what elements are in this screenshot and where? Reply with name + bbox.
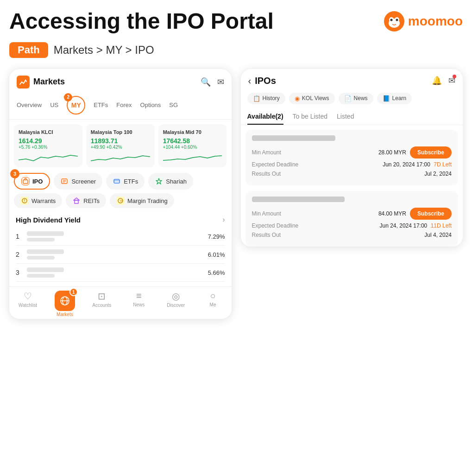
shariah-icon xyxy=(155,177,163,185)
ipo-deadline-value-2: Jun 24, 2024 17:00 11D Left xyxy=(380,222,452,229)
tab-my[interactable]: 2 MY xyxy=(63,92,89,119)
left-panel: Markets 🔍 ✉ Overview US 2 MY ETFs Forex … xyxy=(9,69,232,319)
menu-margin-trading[interactable]: % Margin Trading xyxy=(110,193,174,208)
menu-screener[interactable]: Screener xyxy=(54,173,102,190)
ipo-min-amount-value-2: 84.00 MYR xyxy=(378,210,406,217)
back-button[interactable]: ‹ xyxy=(248,76,252,86)
markets-logo-icon xyxy=(17,76,30,89)
pill-news[interactable]: 📄 News xyxy=(339,93,373,104)
subscribe-button-1[interactable]: Subscribe xyxy=(410,146,452,159)
nav-news[interactable]: ≡ News xyxy=(120,291,157,317)
badge-3: 3 xyxy=(10,169,19,178)
moomoo-text: moomoo xyxy=(408,14,463,29)
nav-watchlist[interactable]: ♡ Watchlist xyxy=(9,291,46,317)
tab-us[interactable]: US xyxy=(46,98,62,113)
ipo-wrapper: IPO 3 xyxy=(14,173,50,190)
ipo-card-1-results-row: Results Out Jul 2, 2024 xyxy=(252,171,452,177)
ipo-card-2-title-blur xyxy=(252,197,345,202)
dividend-name-bar-3 xyxy=(27,267,64,272)
ipo-results-label-2: Results Out xyxy=(252,232,281,238)
deadline-text-2: Jun 24, 2024 17:00 xyxy=(380,222,428,229)
top100-title: Malaysia Top 100 xyxy=(91,129,150,135)
tab-etfs[interactable]: ETFs xyxy=(90,98,112,113)
pill-kol-views[interactable]: ◉ KOL Views xyxy=(289,93,335,104)
klci-title: Malaysia KLCI xyxy=(19,129,78,135)
svg-rect-8 xyxy=(23,180,28,184)
markets-btn-wrapper: 1 xyxy=(55,291,75,311)
ipo-card-1-min-amount-row: Min Amount 28.00 MYR Subscribe xyxy=(252,146,452,159)
news-pill-icon: 📄 xyxy=(344,95,352,102)
ipo-results-value-2: Jul 4, 2024 xyxy=(424,232,452,238)
dividend-info-2 xyxy=(27,249,203,260)
tab-options[interactable]: Options xyxy=(137,98,165,113)
dividend-num-1: 1 xyxy=(16,233,22,240)
ipo-card-1-deadline-row: Expected Deadline Jun 20, 2024 17:00 7D … xyxy=(252,161,452,168)
warrants-icon xyxy=(20,197,29,205)
path-bar: Path Markets > MY > IPO xyxy=(9,42,463,58)
top100-value: 11893.71 xyxy=(91,137,150,145)
menu-reits[interactable]: REITs xyxy=(66,193,106,208)
tab-listed[interactable]: Listed xyxy=(337,109,354,125)
moomoo-mascot-icon xyxy=(383,10,405,32)
market-card-klci: Malaysia KLCI 1614.29 +5.76 +0.36% xyxy=(14,124,82,167)
nav-me[interactable]: ○ Me xyxy=(195,291,232,317)
nav-accounts-label: Accounts xyxy=(92,303,111,308)
mid70-change: +104.44 +0.60% xyxy=(163,145,222,150)
market-card-mid70: Malaysia Mid 70 17642.58 +104.44 +0.60% xyxy=(158,124,227,167)
dividend-pct-2: 6.01% xyxy=(208,251,225,258)
top100-sparkline xyxy=(91,152,150,163)
pill-history[interactable]: 📋 History xyxy=(247,93,285,104)
klci-change: +5.76 +0.36% xyxy=(19,145,78,150)
dividend-row-2[interactable]: 2 6.01% xyxy=(16,246,225,264)
dividend-row-1[interactable]: 1 7.29% xyxy=(16,228,225,246)
menu-shariah[interactable]: Shariah xyxy=(148,173,193,190)
mail-dot xyxy=(453,75,456,78)
market-cards-container: Malaysia KLCI 1614.29 +5.76 +0.36% Malay… xyxy=(9,124,232,173)
tab-to-be-listed[interactable]: To be Listed xyxy=(293,109,328,125)
ipo-min-amount-label-1: Min Amount xyxy=(252,149,281,156)
margin-trading-label: Margin Trading xyxy=(127,197,168,204)
mail-icon[interactable]: ✉ xyxy=(217,77,224,87)
search-icon[interactable]: 🔍 xyxy=(201,77,211,87)
svg-point-17 xyxy=(24,202,25,203)
etfs-icon xyxy=(113,177,121,185)
svg-point-5 xyxy=(396,19,398,21)
history-pill-label: History xyxy=(263,95,280,102)
moomoo-logo: moomoo xyxy=(383,10,463,32)
ipo-min-amount-value-right-1: 28.00 MYR Subscribe xyxy=(378,146,452,159)
dividend-name-bar-1 xyxy=(27,231,64,236)
pill-learn[interactable]: 📘 Learn xyxy=(377,93,412,104)
mail-icon-right[interactable]: ✉ xyxy=(448,76,455,86)
menu-ipo[interactable]: IPO xyxy=(14,173,50,190)
page-title: Accessing the IPO Portal xyxy=(9,9,274,34)
notification-icon[interactable]: 🔔 xyxy=(432,76,442,86)
news-icon: ≡ xyxy=(136,291,142,301)
days-left-1: 7D Left xyxy=(434,161,452,168)
tab-available[interactable]: Available(2) xyxy=(247,109,283,125)
nav-accounts[interactable]: ⊡ Accounts xyxy=(83,291,120,317)
nav-markets[interactable]: 1 Markets xyxy=(46,291,83,317)
dividend-sub-bar-3 xyxy=(27,274,55,278)
menu-warrants[interactable]: Warrants xyxy=(14,193,62,208)
watchlist-icon: ♡ xyxy=(24,291,32,302)
tab-overview[interactable]: Overview xyxy=(13,98,45,113)
badge-1: 1 xyxy=(69,288,78,296)
nav-discover[interactable]: ◎ Discover xyxy=(157,291,195,317)
subscribe-button-2[interactable]: Subscribe xyxy=(410,208,452,220)
tab-forex[interactable]: Forex xyxy=(113,98,135,113)
ipo-card-2-min-amount-row: Min Amount 84.00 MYR Subscribe xyxy=(252,208,452,220)
nav-news-label: News xyxy=(133,302,145,307)
ipo-min-amount-value-right-2: 84.00 MYR Subscribe xyxy=(378,208,452,220)
screener-icon xyxy=(60,177,69,185)
filter-pills: 📋 History ◉ KOL Views 📄 News 📘 Learn xyxy=(241,90,463,109)
dividend-row-3[interactable]: 3 5.66% xyxy=(16,264,225,282)
mid70-value: 17642.58 xyxy=(163,137,222,145)
menu-etfs[interactable]: ETFs xyxy=(106,173,145,190)
reits-icon xyxy=(72,197,81,205)
deadline-text-1: Jun 20, 2024 17:00 xyxy=(383,161,430,168)
ipo-results-value-1: Jul 2, 2024 xyxy=(424,171,452,177)
chevron-right-icon[interactable]: › xyxy=(222,216,225,224)
tab-sg[interactable]: SG xyxy=(165,98,182,113)
nav-tabs: Overview US 2 MY ETFs Forex Options SG xyxy=(9,92,232,120)
nav-markets-label: Markets xyxy=(57,312,73,317)
